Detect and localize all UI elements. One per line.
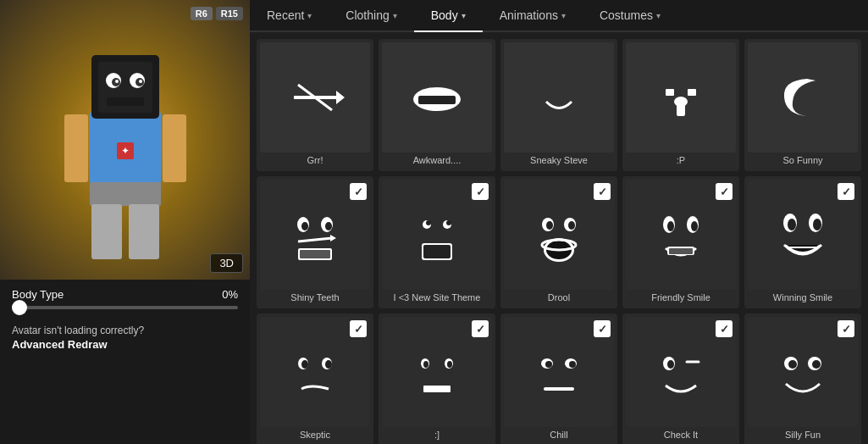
chevron-down-icon: ▾ [393, 11, 397, 20]
body-type-label-row: Body Type 0% [12, 288, 238, 301]
svg-point-15 [115, 80, 119, 83]
avatar-error-text: Avatar isn't loading correctly? [12, 325, 238, 336]
tab-costumes[interactable]: Costumes ▾ [583, 0, 677, 32]
item-p-label: :P [675, 153, 687, 168]
svg-point-71 [569, 361, 576, 368]
item-silly-fun-label: Silly Fun [783, 427, 822, 442]
item-so-funny[interactable]: So Funny [744, 39, 861, 171]
item-p-image [626, 42, 736, 153]
body-type-slider-track[interactable] [12, 306, 238, 309]
item-sneaky-label: Sneaky Steve [528, 153, 589, 168]
item-grr-label: Grr! [306, 153, 325, 168]
tab-animations[interactable]: Animations ▾ [483, 0, 583, 32]
svg-point-29 [301, 222, 308, 230]
svg-rect-53 [669, 248, 693, 254]
item-colon-rb[interactable]: ✓ :] [379, 314, 495, 444]
svg-rect-0 [64, 114, 88, 182]
svg-point-65 [423, 361, 428, 368]
svg-rect-22 [418, 96, 456, 104]
svg-rect-40 [423, 245, 451, 258]
svg-rect-34 [300, 250, 330, 258]
tab-clothing-label: Clothing [346, 8, 389, 22]
checkmark-colon-rb: ✓ [472, 320, 489, 337]
item-so-funny-label: So Funny [781, 153, 824, 168]
item-winning-smile[interactable]: ✓ Winning Smile [744, 176, 861, 308]
svg-rect-1 [163, 114, 186, 182]
item-awkward[interactable]: Awkward.... [379, 39, 495, 171]
tab-clothing[interactable]: Clothing ▾ [329, 0, 413, 32]
checkmark-chill: ✓ [594, 320, 611, 337]
svg-point-16 [139, 80, 142, 83]
item-shiny-teeth[interactable]: ✓ Shiny Teeth [257, 176, 373, 308]
item-silly-fun[interactable]: ✓ Silly Fun [744, 314, 861, 444]
item-friendly-label: Friendly Smile [650, 290, 712, 305]
chevron-down-icon: ▾ [462, 11, 466, 20]
body-type-value: 0% [222, 288, 238, 301]
item-drool-image: ✓ [504, 180, 614, 290]
item-chill[interactable]: ✓ Chill [500, 314, 617, 444]
checkmark-i3: ✓ [472, 183, 489, 200]
item-drool-label: Drool [546, 290, 572, 305]
body-type-section: Body Type 0% [0, 280, 250, 319]
avatar-viewport: R6 R15 ✦ [0, 0, 250, 280]
r15-badge: R15 [216, 7, 243, 20]
item-p[interactable]: :P [622, 39, 739, 171]
body-type-label: Body Type [12, 288, 64, 301]
item-silly-fun-image: ✓ [748, 317, 858, 427]
item-friendly-smile[interactable]: ✓ Friendly Smile [622, 176, 739, 308]
item-sneaky[interactable]: Sneaky Steve [500, 39, 617, 171]
3d-button[interactable]: 3D [210, 253, 243, 273]
svg-point-37 [426, 220, 431, 225]
svg-point-38 [446, 220, 451, 225]
item-skeptic-image: ✓ [260, 317, 370, 427]
item-so-funny-image [748, 42, 858, 153]
item-grr-image [260, 42, 370, 153]
svg-rect-24 [688, 89, 696, 96]
item-winning-label: Winning Smile [771, 290, 834, 305]
svg-point-43 [546, 221, 553, 230]
checkmark-drool: ✓ [594, 183, 611, 200]
item-friendly-smile-image: ✓ [626, 180, 736, 290]
tab-costumes-label: Costumes [600, 8, 653, 22]
nav-tabs: Recent ▾ Clothing ▾ Body ▾ Animations ▾ … [250, 0, 868, 32]
item-skeptic-label: Skeptic [298, 427, 332, 442]
item-grr[interactable]: Grr! [257, 39, 373, 171]
avatar-badges: R6 R15 [191, 7, 243, 20]
chevron-down-icon: ▾ [307, 11, 312, 20]
item-drool[interactable]: ✓ Drool [500, 176, 617, 308]
checkmark-friendly: ✓ [716, 183, 733, 200]
tab-recent[interactable]: Recent ▾ [250, 0, 329, 32]
item-check-it[interactable]: ✓ Check It [622, 314, 739, 444]
svg-point-30 [325, 222, 332, 230]
avatar-error-section: Avatar isn't loading correctly? Advanced… [0, 319, 250, 356]
svg-rect-17 [107, 97, 144, 106]
svg-text:✦: ✦ [121, 145, 130, 157]
right-panel: Recent ▾ Clothing ▾ Body ▾ Animations ▾ … [250, 0, 868, 444]
svg-rect-6 [91, 204, 122, 259]
svg-point-57 [813, 219, 821, 230]
item-i3-new-site-image: ✓ [382, 180, 492, 290]
item-chill-image: ✓ [504, 317, 614, 427]
svg-rect-5 [90, 182, 161, 206]
item-awkward-image [382, 42, 492, 153]
item-check-it-image: ✓ [626, 317, 736, 427]
left-panel: R6 R15 ✦ [0, 0, 250, 444]
r6-badge: R6 [191, 7, 213, 20]
svg-rect-7 [129, 204, 159, 259]
tab-animations-label: Animations [500, 8, 558, 22]
chevron-down-icon: ▾ [561, 11, 566, 20]
item-i3-new-site[interactable]: ✓ I <3 New Site Theme [379, 176, 495, 308]
body-type-slider-thumb[interactable] [12, 300, 27, 315]
checkmark-check-it: ✓ [716, 320, 733, 337]
item-skeptic[interactable]: ✓ Skeptic [257, 314, 373, 444]
advanced-redraw-button[interactable]: Advanced Redraw [12, 338, 238, 351]
chevron-down-icon: ▾ [656, 11, 661, 20]
checkmark-winning: ✓ [838, 183, 854, 200]
avatar-illustration: ✦ [41, 17, 210, 263]
svg-line-31 [298, 238, 332, 241]
svg-rect-67 [423, 386, 451, 392]
checkmark-skeptic: ✓ [350, 320, 367, 337]
svg-point-78 [788, 360, 797, 369]
item-colon-rb-image: ✓ [382, 317, 492, 427]
tab-body[interactable]: Body ▾ [414, 0, 483, 32]
